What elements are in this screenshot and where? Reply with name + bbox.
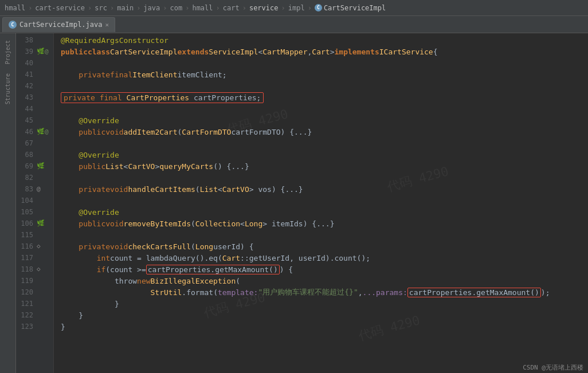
tab-close-button[interactable]: × bbox=[105, 21, 109, 29]
line-number-row: 69 🌿 bbox=[16, 160, 53, 172]
class-icon: C bbox=[315, 4, 322, 11]
breadcrumb-item-src[interactable]: src bbox=[95, 4, 107, 12]
line-number-row: 43 bbox=[16, 92, 53, 103]
left-sidebar: Project Structure bbox=[0, 33, 16, 373]
code-line-39: public class CartServiceImpl extends Ser… bbox=[61, 46, 588, 57]
breadcrumb-item-hmall2[interactable]: hmall bbox=[192, 4, 213, 12]
code-line-40 bbox=[61, 57, 588, 69]
line-number-row: 106 🌿 bbox=[16, 218, 53, 229]
code-line-120: StrUtil.format( template: "用户购物车课程不能超过{}… bbox=[61, 286, 588, 298]
line-num-106: 106 bbox=[16, 218, 37, 229]
line-num-40: 40 bbox=[16, 57, 37, 69]
tab-bar: C CartServiceImpl.java × bbox=[0, 16, 588, 33]
line-num-116: 116 bbox=[16, 241, 37, 252]
gutter-39: 🌿@ bbox=[37, 46, 49, 57]
code-container: 38 39 🌿@ 40 41 42 bbox=[16, 33, 588, 373]
line-num-43: 43 bbox=[16, 92, 37, 103]
code-line-67 bbox=[61, 138, 588, 149]
line-num-44: 44 bbox=[16, 103, 37, 115]
code-area[interactable]: 38 39 🌿@ 40 41 42 bbox=[16, 33, 588, 373]
line-number-row: 45 bbox=[16, 115, 53, 126]
line-num-42: 42 bbox=[16, 80, 37, 92]
breadcrumb-item-com[interactable]: com bbox=[170, 4, 183, 12]
sidebar-project-label[interactable]: Project bbox=[3, 38, 12, 66]
line-number-row: 39 🌿@ bbox=[16, 46, 53, 57]
code-line-122: } bbox=[61, 309, 588, 321]
code-line-106: public void removeByItemIds(Collection<L… bbox=[61, 218, 588, 229]
line-num-117: 117 bbox=[16, 252, 37, 264]
code-line-38: @RequiredArgsConstructor bbox=[61, 34, 588, 46]
code-line-41: private final ItemClient itemClient; bbox=[61, 69, 588, 80]
code-line-46: public void addItem2Cart(CartFormDTO car… bbox=[61, 126, 588, 138]
line-number-row: 121 bbox=[16, 298, 53, 309]
line-number-row: 104 bbox=[16, 195, 53, 206]
line-num-104: 104 bbox=[16, 195, 37, 206]
tab-filename: CartServiceImpl.java bbox=[19, 21, 103, 29]
line-num-122: 122 bbox=[16, 309, 37, 321]
code-line-83: private void handleCartItems(List<CartVO… bbox=[61, 183, 588, 195]
main-layout: Project Structure 38 39 🌿@ 40 4 bbox=[0, 33, 588, 373]
gutter-38 bbox=[37, 34, 49, 46]
line-number-row: 83 @ bbox=[16, 183, 53, 195]
gutter-46: 🌿@ bbox=[37, 126, 49, 138]
csdn-watermark: CSDN @无语堵上西楼 bbox=[523, 364, 583, 371]
code-line-105: @Override bbox=[61, 206, 588, 218]
line-number-row: 38 bbox=[16, 34, 53, 46]
line-num-83: 83 bbox=[16, 183, 37, 195]
breadcrumb-item-cart-service[interactable]: cart-service bbox=[35, 4, 85, 12]
line-num-121: 121 bbox=[16, 298, 37, 309]
gutter-106: 🌿 bbox=[37, 218, 49, 229]
gutter-83: @ bbox=[37, 183, 49, 195]
line-num-68: 68 bbox=[16, 149, 37, 160]
line-num-119: 119 bbox=[16, 275, 37, 286]
code-line-104 bbox=[61, 195, 588, 206]
code-line-118: if (count >= cartProperties.getMaxAmount… bbox=[61, 264, 588, 275]
line-num-118: 118 bbox=[16, 264, 37, 275]
bottom-bar: CSDN @无语堵上西楼 bbox=[518, 362, 588, 373]
line-num-45: 45 bbox=[16, 115, 37, 126]
code-line-43: private final CartProperties cartPropert… bbox=[61, 92, 588, 103]
line-number-row: 120 bbox=[16, 286, 53, 298]
line-num-69: 69 bbox=[16, 160, 37, 172]
line-num-38: 38 bbox=[16, 34, 37, 46]
line-number-row: 68 bbox=[16, 149, 53, 160]
code-line-44 bbox=[61, 103, 588, 115]
line-number-row: 40 bbox=[16, 57, 53, 69]
code-line-42 bbox=[61, 80, 588, 92]
sidebar-structure-label[interactable]: Structure bbox=[3, 71, 12, 107]
line-number-row: 67 bbox=[16, 138, 53, 149]
line-number-row: 82 bbox=[16, 172, 53, 183]
breadcrumb-item-main[interactable]: main bbox=[117, 4, 134, 12]
breadcrumb-item-java[interactable]: java bbox=[143, 4, 160, 12]
line-number-row: 119 bbox=[16, 275, 53, 286]
line-num-46: 46 bbox=[16, 126, 37, 138]
breadcrumb-item-classname[interactable]: CartServiceImpl bbox=[324, 4, 386, 12]
highlight-cartproperties: private final CartProperties cartPropert… bbox=[61, 92, 264, 103]
breadcrumb-bar: hmall › cart-service › src › main › java… bbox=[0, 0, 588, 16]
breadcrumb-item-hmall[interactable]: hmall bbox=[5, 4, 25, 12]
breadcrumb-item-impl[interactable]: impl bbox=[288, 4, 305, 12]
line-number-row: 105 bbox=[16, 206, 53, 218]
line-number-row: 122 bbox=[16, 309, 53, 321]
line-num-105: 105 bbox=[16, 206, 37, 218]
breadcrumb-item-service[interactable]: service bbox=[249, 4, 279, 12]
line-number-row: 123 bbox=[16, 321, 53, 332]
line-number-row: 41 bbox=[16, 69, 53, 80]
gutter-118: ◇ bbox=[37, 264, 49, 275]
code-line-69: public List<CartVO> queryMyCarts() {...} bbox=[61, 160, 588, 172]
code-line-117: int count = lambdaQuery().eq(Cart::getUs… bbox=[61, 252, 588, 264]
code-line-115 bbox=[61, 229, 588, 241]
code-line-116: private void checkCartsFull(Long userId)… bbox=[61, 241, 588, 252]
gutter-116: ◇ bbox=[37, 241, 49, 252]
highlight-getmaxamount-2: cartProperties.getMaxAmount() bbox=[407, 288, 541, 297]
line-num-123: 123 bbox=[16, 321, 37, 332]
line-number-row: 115 bbox=[16, 229, 53, 241]
breadcrumb-item-cart[interactable]: cart bbox=[223, 4, 240, 12]
code-content-area: 代码 4290 代码 4290 代码 4290 代码 4290 @Require… bbox=[54, 33, 588, 373]
line-num-120: 120 bbox=[16, 286, 37, 298]
line-number-row: 44 bbox=[16, 103, 53, 115]
code-line-121: } bbox=[61, 298, 588, 309]
line-num-115: 115 bbox=[16, 229, 37, 241]
code-line-123: } bbox=[61, 321, 588, 332]
tab-cartserviceimpl[interactable]: C CartServiceImpl.java × bbox=[2, 17, 115, 32]
